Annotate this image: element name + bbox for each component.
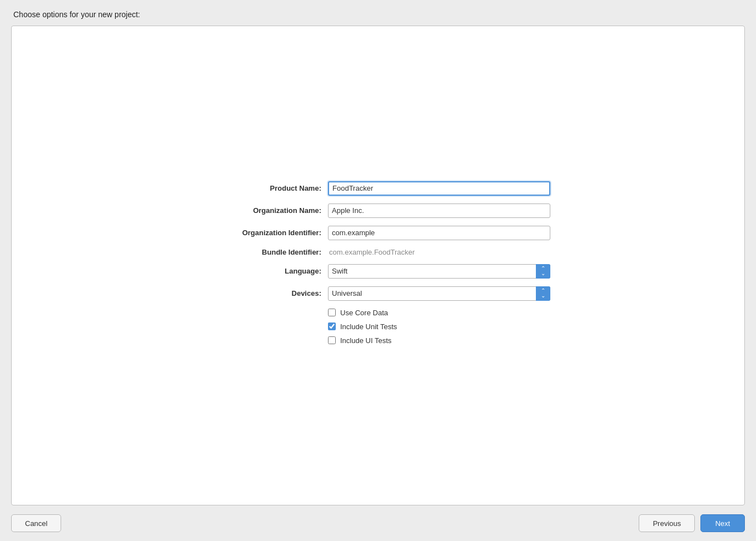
- previous-button[interactable]: Previous: [639, 514, 695, 532]
- include-unit-tests-checkbox[interactable]: [328, 322, 336, 330]
- footer-right: Previous Next: [639, 514, 745, 532]
- org-name-input[interactable]: [328, 204, 550, 218]
- org-id-label: Organization Identifier:: [206, 229, 328, 237]
- use-core-data-checkbox[interactable]: [328, 309, 336, 316]
- devices-select[interactable]: Universal iPhone iPad: [328, 286, 550, 301]
- use-core-data-label[interactable]: Use Core Data: [340, 309, 388, 317]
- org-name-row: Organization Name:: [206, 204, 550, 218]
- include-unit-tests-label[interactable]: Include Unit Tests: [340, 322, 397, 331]
- product-name-row: Product Name:: [206, 181, 550, 196]
- language-label: Language:: [206, 267, 328, 275]
- include-unit-tests-row: Include Unit Tests: [328, 322, 550, 331]
- devices-row: Devices: Universal iPhone iPad: [206, 286, 550, 301]
- footer-left: Cancel: [11, 514, 639, 532]
- main-panel: Product Name: Organization Name: Organiz…: [11, 26, 745, 505]
- use-core-data-row: Use Core Data: [328, 309, 550, 317]
- org-id-input[interactable]: [328, 226, 550, 240]
- include-ui-tests-row: Include UI Tests: [328, 336, 550, 345]
- form-container: Product Name: Organization Name: Organiz…: [206, 170, 550, 361]
- include-ui-tests-label[interactable]: Include UI Tests: [340, 336, 391, 345]
- language-select[interactable]: Swift Objective-C: [328, 264, 550, 279]
- bundle-id-value: com.example.FoodTracker: [328, 248, 550, 256]
- product-name-label: Product Name:: [206, 184, 328, 192]
- next-button[interactable]: Next: [700, 514, 745, 532]
- org-name-label: Organization Name:: [206, 206, 328, 215]
- devices-label: Devices:: [206, 289, 328, 297]
- bundle-id-label: Bundle Identifier:: [206, 248, 328, 256]
- language-row: Language: Swift Objective-C: [206, 264, 550, 279]
- language-select-wrapper: Swift Objective-C: [328, 264, 550, 279]
- footer: Cancel Previous Next: [0, 505, 756, 541]
- cancel-button[interactable]: Cancel: [11, 514, 61, 532]
- header-title: Choose options for your new project:: [13, 10, 140, 19]
- include-ui-tests-checkbox[interactable]: [328, 336, 336, 344]
- org-id-row: Organization Identifier:: [206, 226, 550, 240]
- bundle-id-row: Bundle Identifier: com.example.FoodTrack…: [206, 248, 550, 256]
- product-name-input[interactable]: [328, 181, 550, 196]
- page-header: Choose options for your new project:: [0, 0, 756, 26]
- devices-select-wrapper: Universal iPhone iPad: [328, 286, 550, 301]
